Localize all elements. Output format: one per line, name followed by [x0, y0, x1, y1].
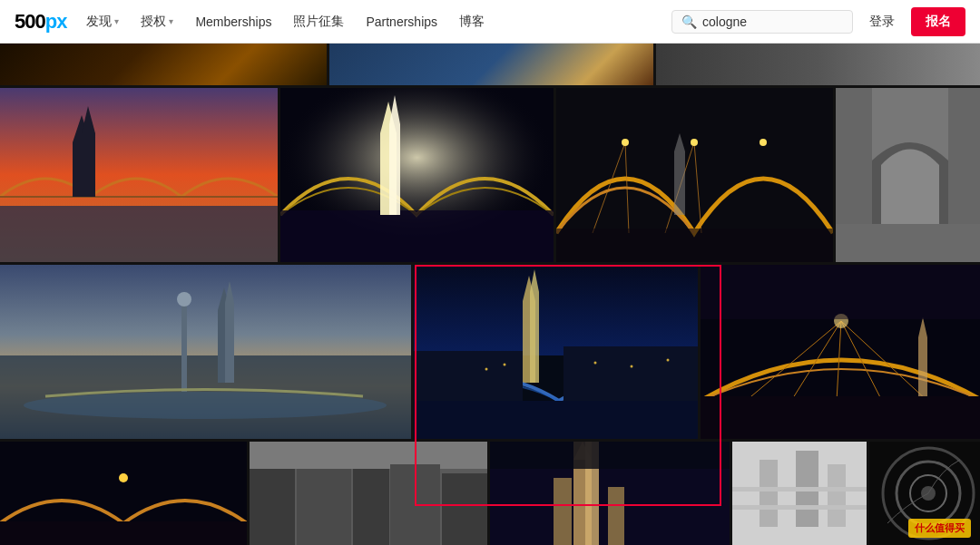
svg-rect-72 — [390, 464, 440, 545]
list-item[interactable] — [656, 44, 980, 85]
svg-rect-36 — [225, 303, 234, 383]
photo-svg — [732, 442, 867, 545]
search-input[interactable] — [702, 15, 838, 29]
list-item[interactable] — [0, 265, 411, 439]
svg-point-49 — [504, 364, 506, 366]
svg-rect-71 — [250, 442, 487, 469]
list-item[interactable] — [701, 265, 980, 439]
svg-rect-78 — [554, 478, 572, 545]
login-button[interactable]: 登录 — [857, 8, 907, 35]
signup-button[interactable]: 报名 — [911, 7, 965, 36]
svg-rect-68 — [250, 460, 295, 545]
svg-rect-85 — [732, 487, 867, 491]
photo-grid: 什么值得买 — [0, 44, 980, 545]
svg-rect-28 — [836, 88, 872, 224]
svg-rect-9 — [280, 210, 554, 262]
list-item[interactable] — [329, 44, 653, 85]
photo-svg — [414, 265, 698, 439]
nav-blog[interactable]: 博客 — [450, 10, 494, 34]
svg-rect-79 — [608, 487, 624, 545]
navbar: 500px 发现 ▾ 授权 ▾ Memberships 照片征集 Partner… — [0, 0, 980, 44]
svg-rect-12 — [389, 124, 400, 215]
svg-rect-63 — [701, 265, 980, 319]
svg-rect-84 — [828, 464, 846, 527]
svg-point-52 — [667, 359, 670, 362]
photo-svg — [280, 88, 554, 262]
row-top — [0, 44, 980, 85]
row-2 — [0, 265, 980, 439]
svg-rect-1 — [0, 206, 278, 262]
svg-rect-73 — [442, 473, 487, 545]
svg-point-50 — [594, 362, 597, 365]
list-item[interactable] — [0, 44, 327, 85]
nav-memberships[interactable]: Memberships — [186, 11, 280, 33]
photo-svg — [0, 265, 411, 439]
photo-svg — [701, 265, 980, 439]
svg-rect-66 — [0, 521, 247, 545]
svg-rect-22 — [556, 229, 833, 262]
search-icon: 🔍 — [681, 15, 697, 29]
list-item[interactable] — [732, 442, 867, 545]
license-arrow-icon: ▾ — [169, 16, 173, 26]
svg-point-19 — [622, 139, 629, 146]
svg-rect-23 — [674, 151, 685, 215]
svg-rect-32 — [181, 301, 187, 392]
svg-rect-61 — [918, 337, 927, 396]
svg-rect-43 — [530, 292, 539, 383]
svg-point-65 — [119, 473, 128, 482]
nav-license[interactable]: 授权 ▾ — [132, 10, 182, 34]
svg-point-21 — [760, 139, 767, 146]
svg-rect-47 — [564, 346, 698, 401]
svg-point-38 — [24, 392, 387, 419]
svg-point-33 — [177, 292, 191, 307]
list-item[interactable] — [414, 265, 698, 439]
list-item[interactable] — [0, 88, 278, 262]
svg-point-20 — [691, 139, 698, 146]
nav-partnerships[interactable]: Partnerships — [357, 11, 446, 33]
photo-svg — [250, 442, 487, 545]
svg-point-51 — [631, 365, 633, 368]
list-item[interactable] — [556, 88, 833, 262]
svg-rect-27 — [836, 224, 980, 262]
svg-rect-60 — [701, 396, 980, 439]
svg-rect-86 — [732, 505, 867, 510]
row-1 — [0, 88, 980, 262]
svg-point-48 — [485, 368, 488, 371]
list-item[interactable] — [280, 88, 554, 262]
list-item[interactable] — [250, 442, 487, 545]
svg-rect-69 — [297, 469, 351, 545]
logo[interactable]: 500px — [15, 10, 66, 34]
list-item[interactable] — [490, 442, 730, 545]
svg-rect-82 — [760, 460, 778, 527]
photo-svg — [490, 442, 730, 545]
photo-svg — [836, 88, 980, 262]
search-bar[interactable]: 🔍 — [671, 10, 853, 34]
row-3 — [0, 442, 980, 545]
watermark: 什么值得买 — [908, 519, 971, 538]
svg-rect-46 — [414, 351, 523, 401]
svg-rect-29 — [948, 88, 980, 224]
list-item[interactable] — [836, 88, 980, 262]
nav-discover[interactable]: 发现 ▾ — [77, 10, 128, 34]
svg-rect-5 — [82, 133, 95, 197]
svg-rect-45 — [414, 401, 698, 439]
nav-photos[interactable]: 照片征集 — [284, 10, 353, 34]
discover-arrow-icon: ▾ — [114, 16, 119, 26]
photo-svg — [556, 88, 833, 262]
svg-rect-80 — [490, 442, 730, 469]
list-item[interactable] — [0, 442, 247, 545]
photo-svg — [0, 88, 278, 262]
photo-svg — [0, 442, 247, 545]
